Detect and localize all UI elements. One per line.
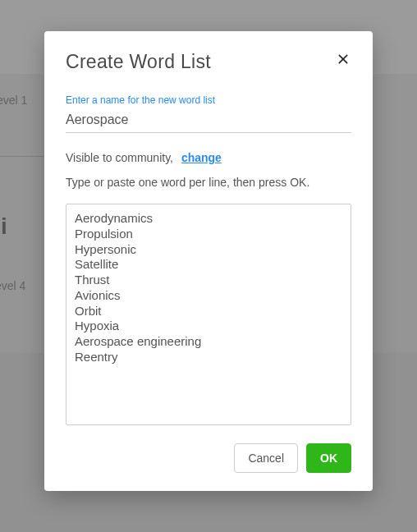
cancel-button[interactable]: Cancel	[234, 443, 298, 473]
create-word-list-modal: Create Word List Enter a name for the ne…	[44, 31, 373, 491]
name-field-label: Enter a name for the new word list	[66, 94, 351, 106]
change-visibility-link[interactable]: change	[181, 151, 222, 164]
visibility-row: Visible to community, change	[66, 151, 351, 164]
button-row: Cancel OK	[66, 443, 351, 473]
modal-title: Create Word List	[66, 51, 211, 73]
word-list-name-input[interactable]	[66, 108, 351, 133]
close-icon	[337, 53, 350, 66]
ok-button[interactable]: OK	[306, 443, 351, 473]
close-button[interactable]	[335, 51, 351, 67]
instruction-text: Type or paste one word per line, then pr…	[66, 176, 351, 189]
word-list-textarea[interactable]	[66, 204, 351, 425]
modal-header: Create Word List	[66, 51, 351, 73]
visibility-text: Visible to community,	[66, 151, 173, 164]
